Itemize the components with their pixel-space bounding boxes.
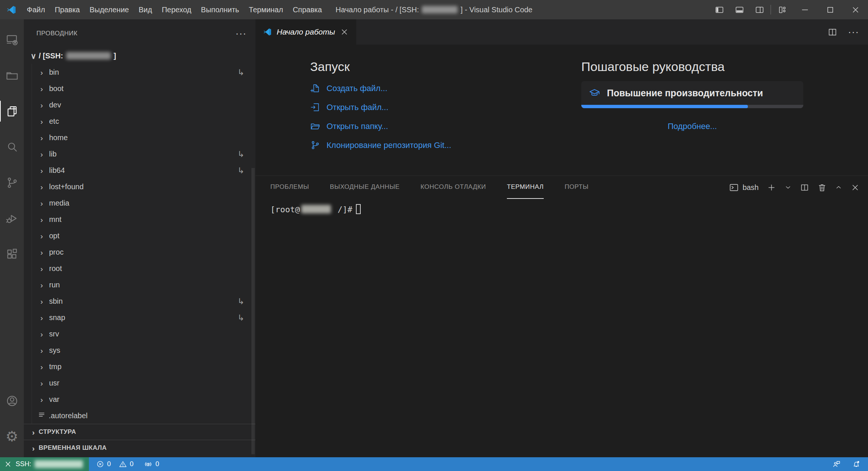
start-link-new-file[interactable]: Создать файл...: [310, 79, 451, 98]
activity-extensions[interactable]: [0, 236, 24, 272]
editor-area: Начало работы ··· Запуск Создать файл...…: [255, 19, 868, 175]
new-file-icon: [310, 83, 320, 93]
maximize-button[interactable]: [817, 0, 843, 19]
chevron-right-icon: ›: [36, 396, 47, 403]
activity-folder[interactable]: [0, 58, 24, 93]
shell-indicator[interactable]: bash: [729, 183, 759, 193]
menu-item-file[interactable]: Файл: [22, 0, 50, 19]
tree-item-sbin[interactable]: ›sbin↳: [24, 293, 255, 309]
split-terminal-icon[interactable]: [800, 183, 809, 192]
terminal-output[interactable]: [root@ /]#: [255, 199, 868, 214]
activity-remote-explorer[interactable]: [0, 22, 24, 58]
tree-item-media[interactable]: ›media: [24, 195, 255, 211]
walkthrough-progress-fill: [581, 105, 748, 108]
menu-bar: ФайлПравкаВыделениеВидПереходВыполнитьТе…: [22, 0, 327, 19]
tree-item-sys[interactable]: ›sys: [24, 342, 255, 358]
chevron-right-icon: ›: [36, 101, 47, 109]
section-outline[interactable]: ›СТРУКТУРА: [24, 424, 255, 440]
toggle-secondary-sidebar-button[interactable]: [749, 0, 769, 19]
tree-item-dev[interactable]: ›dev: [24, 97, 255, 113]
tree-item-bin[interactable]: ›bin↳: [24, 64, 255, 80]
chevron-right-icon: ›: [36, 216, 47, 223]
feedback-icon[interactable]: [832, 460, 841, 468]
editor-more-actions[interactable]: ···: [848, 27, 859, 37]
close-window-button[interactable]: [843, 0, 868, 19]
chevron-right-icon: ›: [36, 232, 47, 240]
menu-item-view[interactable]: Вид: [134, 0, 157, 19]
tree-item-etc[interactable]: ›etc: [24, 113, 255, 129]
extensions-icon: [6, 248, 19, 261]
kill-terminal-icon[interactable]: [817, 183, 827, 192]
close-panel-icon[interactable]: [851, 183, 860, 192]
menu-item-run[interactable]: Выполнить: [196, 0, 244, 19]
tree-item-mnt[interactable]: ›mnt: [24, 211, 255, 228]
activity-account[interactable]: [0, 383, 24, 419]
tree-root-folder[interactable]: ∨/ [SSH:]: [24, 48, 255, 64]
tree-item-lost+found[interactable]: ›lost+found: [24, 178, 255, 195]
menu-item-terminal[interactable]: Терминал: [244, 0, 288, 19]
tree-item-boot[interactable]: ›boot: [24, 80, 255, 97]
symlink-icon: ↳: [238, 166, 244, 175]
activity-bar: ⚙: [0, 19, 24, 457]
menu-item-edit[interactable]: Правка: [50, 0, 85, 19]
notifications-bell-icon[interactable]: [852, 460, 861, 468]
remote-indicator[interactable]: SSH:: [0, 457, 89, 471]
walkthrough-title: Повышение производительности: [607, 88, 763, 99]
menu-item-help[interactable]: Справка: [288, 0, 327, 19]
panel-tab-terminal[interactable]: ТЕРМИНАЛ: [507, 176, 544, 199]
tab-start-page[interactable]: Начало работы: [255, 19, 356, 45]
tree-item-proc[interactable]: ›proc: [24, 244, 255, 260]
tree-item-.autorelabel[interactable]: .autorelabel: [24, 407, 255, 424]
walkthroughs-heading: Пошаговые руководства: [581, 58, 803, 75]
tree-item-lib[interactable]: ›lib↳: [24, 146, 255, 162]
menu-item-selection[interactable]: Выделение: [85, 0, 134, 19]
ports-status[interactable]: 0: [144, 460, 159, 468]
panel-tab-ports[interactable]: ПОРТЫ: [565, 176, 588, 199]
chevron-right-icon: ›: [36, 314, 47, 322]
activity-source-control[interactable]: [0, 165, 24, 200]
activity-run-and-debug[interactable]: [0, 200, 24, 236]
walkthrough-card[interactable]: Повышение производительности: [581, 81, 803, 108]
start-link-open-folder[interactable]: Открыть папку...: [310, 117, 451, 136]
toggle-panel-button[interactable]: [729, 0, 749, 19]
minimize-button[interactable]: [792, 0, 817, 19]
new-terminal-icon[interactable]: [767, 183, 776, 192]
tree-item-home[interactable]: ›home: [24, 129, 255, 146]
tree-item-run[interactable]: ›run: [24, 277, 255, 293]
settings-icon: ⚙: [6, 430, 19, 443]
terminal-dropdown-icon[interactable]: [784, 184, 792, 191]
start-link-open-file[interactable]: Открыть файл...: [310, 98, 451, 117]
activity-search[interactable]: [0, 129, 24, 165]
tree-item-lib64[interactable]: ›lib64↳: [24, 162, 255, 178]
tree-item-snap[interactable]: ›snap↳: [24, 309, 255, 326]
customize-layout-icon: [778, 5, 787, 14]
explorer-more-actions[interactable]: ···: [235, 29, 247, 39]
menu-item-go[interactable]: Переход: [157, 0, 196, 19]
tree-item-var[interactable]: ›var: [24, 391, 255, 407]
start-section: Запуск Создать файл...Открыть файл...Отк…: [310, 45, 451, 155]
warning-icon: [119, 460, 127, 468]
section-timeline[interactable]: ›ВРЕМЕННАЯ ШКАЛА: [24, 440, 255, 456]
tree-item-opt[interactable]: ›opt: [24, 228, 255, 244]
customize-layout-button[interactable]: [772, 0, 792, 19]
tree-item-srv[interactable]: ›srv: [24, 326, 255, 342]
sidebar-scrollbar[interactable]: [251, 168, 255, 454]
maximize-panel-icon[interactable]: [835, 184, 842, 191]
panel-tab-debug-console[interactable]: КОНСОЛЬ ОТЛАДКИ: [421, 176, 486, 199]
toggle-sidebar-button[interactable]: [709, 0, 729, 19]
problems-status[interactable]: 0 0: [96, 460, 134, 468]
tree-item-usr[interactable]: ›usr: [24, 375, 255, 391]
panel-tab-output[interactable]: ВЫХОДНЫЕ ДАННЫЕ: [330, 176, 400, 199]
tree-item-root[interactable]: ›root: [24, 260, 255, 277]
remote-icon: [4, 460, 12, 468]
tree-item-tmp[interactable]: ›tmp: [24, 358, 255, 375]
tab-close-icon[interactable]: [340, 28, 349, 36]
layout-sidebar-icon: [715, 5, 724, 14]
panel-tab-problems[interactable]: ПРОБЛЕМЫ: [270, 176, 309, 199]
more-walkthroughs-link[interactable]: Подробнее...: [581, 122, 803, 131]
activity-explorer[interactable]: [0, 93, 24, 129]
activity-settings[interactable]: ⚙: [0, 419, 24, 454]
chevron-right-icon: ›: [36, 346, 47, 354]
split-editor-icon[interactable]: [827, 27, 838, 37]
start-link-git-clone[interactable]: Клонирование репозитория Git...: [310, 136, 451, 155]
